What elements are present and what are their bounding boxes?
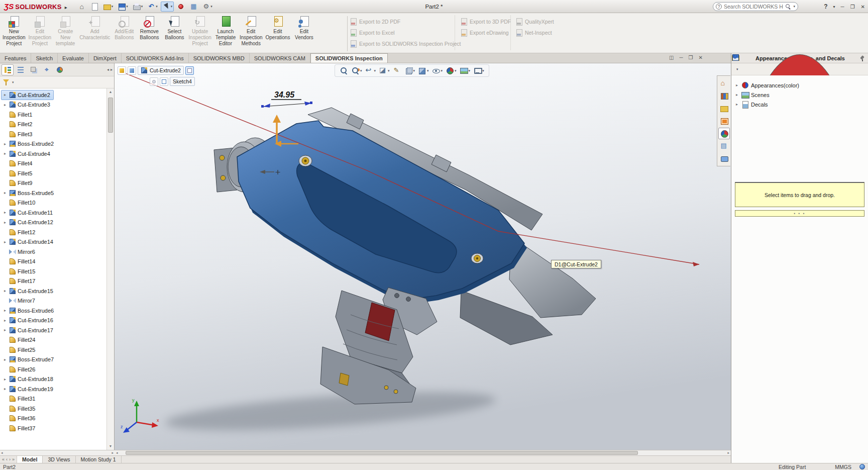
dropdown-caret-icon[interactable]: ▾ [210, 5, 212, 9]
feature-tree-item[interactable]: Fillet14 [1, 257, 39, 267]
feature-tree-item[interactable]: Fillet31 [1, 394, 39, 404]
help-menu-button[interactable]: ? [824, 3, 827, 10]
breadcrumb-item-sketch[interactable]: Sketch4 [170, 77, 195, 86]
scroll-down-icon[interactable]: ▼ [107, 443, 114, 450]
tab-scroll-next[interactable]: › [9, 457, 11, 462]
breadcrumb-feature-icon[interactable] [118, 66, 126, 75]
displaymanager-tab[interactable] [54, 64, 66, 75]
feature-tree-item[interactable]: Fillet5 [1, 168, 36, 178]
feature-tree-item[interactable]: Fillet25 [1, 345, 39, 355]
appearances-scenes-tab[interactable] [718, 128, 730, 139]
minimize-button[interactable]: ─ [841, 4, 844, 10]
scrollbar-thumb[interactable] [108, 98, 113, 133]
fm-tabs-right-arrow[interactable]: ▸ [111, 67, 113, 72]
feature-tree-item[interactable]: ▸ Cut-Extrude12 [1, 218, 57, 228]
feature-tree-item[interactable]: ▸ Cut-Extrude4 [1, 149, 54, 159]
doc-restore-button[interactable]: ❐ [689, 55, 693, 60]
feature-tree-item[interactable]: Mirror6 [1, 247, 39, 257]
feature-tree-item[interactable]: ▸ Boss-Extrude7 [1, 355, 57, 365]
expand-arrow-icon[interactable]: ▸ [3, 210, 8, 215]
dropdown-caret-icon[interactable]: ▾ [141, 5, 143, 9]
command-tab[interactable]: SOLIDWORKS CAM [250, 53, 310, 63]
dropdown-caret-icon[interactable]: ▾ [171, 5, 173, 9]
feature-tree-item[interactable]: ▸ Cut-Extrude14 [1, 237, 57, 247]
preview-splitter[interactable]: ▪ ▪ ▪ [735, 210, 864, 217]
ribbon-flat-button[interactable]: Export to 2D PDF [350, 18, 461, 25]
scroll-right-icon[interactable]: ▸ [727, 451, 729, 455]
feature-tree-item[interactable]: Fillet2 [1, 120, 36, 130]
expand-arrow-icon[interactable]: ▸ [734, 102, 739, 107]
command-tab[interactable]: Features [0, 53, 31, 63]
undo-icon[interactable]: ▾ [146, 2, 159, 12]
breadcrumb-part-icon[interactable] [128, 66, 136, 75]
feature-tree-item[interactable]: Fillet12 [1, 227, 39, 237]
ribbon-flat-button[interactable]: Export to SOLIDWORKS Inspection Project [350, 40, 461, 47]
featuremanager-tree-tab[interactable] [2, 64, 14, 75]
feature-tree-item[interactable]: Fillet24 [1, 335, 39, 345]
tab-scroll-first[interactable]: « [2, 457, 5, 462]
dimxpertmanager-tab[interactable] [41, 64, 53, 75]
dropdown-caret-icon[interactable]: ▾ [112, 5, 114, 9]
task-pane-tree-item[interactable]: ▸ Scenes [734, 90, 866, 100]
pin-icon[interactable] [858, 55, 865, 62]
solidworks-resources-tab[interactable] [718, 77, 730, 89]
expand-arrow-icon[interactable]: ▸ [3, 328, 8, 332]
expand-arrow-icon[interactable]: ▸ [3, 357, 8, 362]
dropdown-caret-icon[interactable]: ▾ [374, 69, 376, 73]
ribbon-button[interactable]: Edit Inspection Methods [238, 14, 264, 52]
status-globe-icon[interactable] [859, 464, 865, 469]
dropdown-caret-icon[interactable]: ▾ [469, 69, 471, 73]
select-cursor-icon[interactable]: ▾ [161, 2, 174, 12]
command-tab[interactable]: Evaluate [58, 53, 89, 63]
expand-arrow-icon[interactable]: ▸ [3, 387, 8, 391]
menu-expand-icon[interactable]: ▸ [65, 5, 67, 10]
view-tab[interactable]: Motion Study 1 [76, 456, 122, 463]
view-orientation-icon[interactable] [404, 66, 413, 75]
hide-show-items-icon[interactable] [432, 66, 441, 75]
expand-arrow-icon[interactable]: ▸ [3, 308, 8, 313]
apply-scene-icon[interactable] [460, 66, 468, 75]
dropdown-caret-icon[interactable]: ▾ [388, 69, 390, 73]
ribbon-button[interactable]: Update Inspection Project [187, 14, 213, 52]
ribbon-button[interactable]: Select Balloons [162, 14, 187, 52]
command-tab[interactable]: SOLIDWORKS Add-Ins [122, 53, 189, 63]
command-tab[interactable]: SOLIDWORKS Inspection [310, 53, 388, 63]
dimension-value[interactable]: 34.95 [274, 90, 295, 99]
search-icon[interactable] [785, 4, 791, 10]
breadcrumb-selected-sketch-icon[interactable] [185, 66, 194, 75]
scroll-up-icon[interactable]: ▲ [107, 88, 114, 96]
fm-tabs-left-arrow[interactable]: ◂ [107, 67, 109, 72]
feature-tree-item[interactable]: ▸ Cut-Extrude3 [1, 100, 54, 110]
command-tab[interactable]: Sketch [31, 53, 58, 63]
propertymanager-tab[interactable] [15, 64, 27, 75]
display-style-icon[interactable] [418, 66, 426, 75]
task-pane-tree-item[interactable]: ▸ Appearances(color) [734, 80, 866, 90]
feature-tree-item[interactable]: ▸ Cut-Extrude15 [1, 286, 57, 296]
feature-tree-item[interactable]: ▸ Cut-Extrude2 [1, 90, 54, 100]
feature-tree-item[interactable]: Fillet4 [1, 159, 36, 169]
expand-arrow-icon[interactable]: ▸ [734, 92, 739, 97]
expand-arrow-icon[interactable]: ▸ [3, 142, 8, 146]
status-units[interactable]: MMGS [835, 464, 851, 470]
expand-arrow-icon[interactable]: ▸ [3, 151, 8, 156]
tab-scroll-prev[interactable]: ‹ [6, 457, 8, 462]
design-library-tab[interactable] [718, 90, 730, 102]
help-caret-icon[interactable]: ▾ [833, 5, 835, 9]
graphics-viewport[interactable]: 34.95 y x z [115, 63, 731, 450]
feature-tree-item[interactable]: ▸ Cut-Extrude18 [1, 374, 57, 385]
filter-funnel-icon[interactable] [3, 79, 10, 86]
custom-properties-tab[interactable] [718, 140, 730, 152]
rebuild-icon[interactable] [175, 2, 186, 12]
feature-tree-item[interactable]: ▸ Cut-Extrude19 [1, 384, 57, 394]
feature-tree-item[interactable]: ▸ Boss-Extrude2 [1, 139, 57, 149]
feature-tree-item[interactable]: Fillet35 [1, 404, 39, 414]
previous-view-icon[interactable] [365, 66, 374, 75]
view-tab[interactable]: Model [17, 456, 43, 463]
ribbon-flat-button[interactable]: Export eDrawing [460, 29, 511, 36]
doc-pin-button[interactable]: ◫ [669, 55, 674, 60]
ribbon-flat-button[interactable]: Export to 3D PDF [460, 18, 511, 25]
model-3d-view[interactable]: 34.95 y x z [115, 63, 731, 450]
expand-arrow-icon[interactable]: ▸ [3, 191, 8, 195]
view-palette-tab[interactable] [718, 115, 730, 127]
section-view-icon[interactable] [379, 66, 387, 75]
